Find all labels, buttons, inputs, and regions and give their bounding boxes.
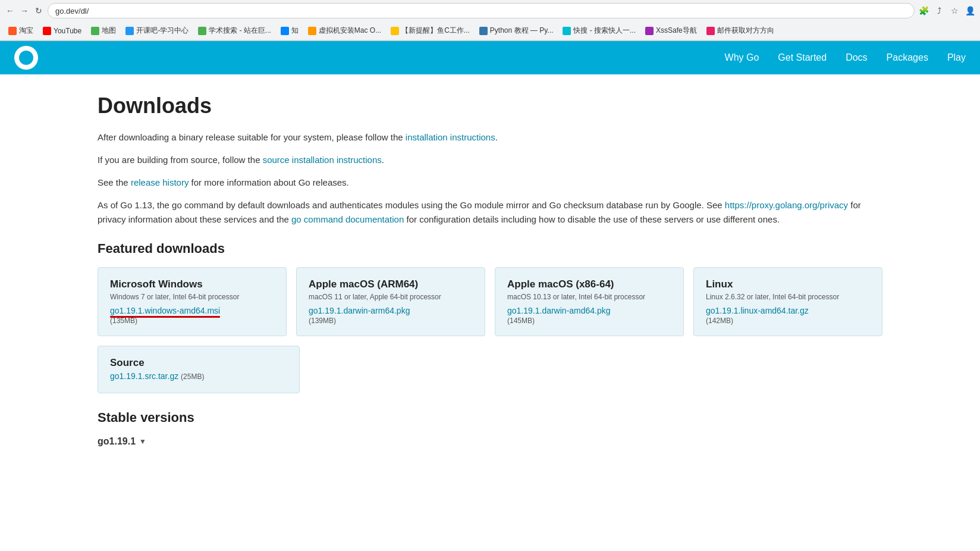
intro-paragraph-2: If you are building from source, follow … [98, 153, 882, 167]
bookmark-label: 【新提醒】鱼C工作... [401, 26, 470, 36]
python-icon [479, 27, 488, 35]
bookmark-label: YouTube [54, 27, 81, 35]
intro2-end: . [382, 155, 384, 165]
source-installation-link[interactable]: source installation instructions [263, 155, 382, 165]
windows-file-highlight: go1.19.1.windows-amd64.msi [110, 306, 220, 315]
download-card-windows[interactable]: Microsoft Windows Windows 7 or later, In… [98, 267, 287, 336]
source-os-name: Source [110, 357, 287, 369]
macos-x86-file-size: (145MB) [507, 317, 671, 325]
windows-os-desc: Windows 7 or later, Intel 64-bit process… [110, 293, 274, 301]
windows-file-link[interactable]: go1.19.1.windows-amd64.msi [110, 306, 274, 315]
linux-os-desc: Linux 2.6.32 or later, Intel 64-bit proc… [706, 293, 870, 301]
browser-chrome: ← → ↻ go.dev/dl/ 🧩 ⤴ ☆ 👤 淘宝 YouTube 地图 开… [0, 0, 980, 41]
downloads-row2: Source go1.19.1.src.tar.gz (25MB) [98, 346, 882, 393]
bookmark-label: Python 教程 — Py... [490, 26, 553, 36]
nav-why-go[interactable]: Why Go [725, 52, 759, 63]
bookmark-label: XssSafe导航 [656, 26, 697, 36]
bookmark-maps[interactable]: 地图 [87, 24, 120, 37]
bookmark-kuaisou[interactable]: 快搜 - 搜索快人一... [559, 24, 639, 37]
installation-instructions-link[interactable]: installation instructions [406, 132, 495, 142]
download-card-macos-arm64[interactable]: Apple macOS (ARM64) macOS 11 or later, A… [296, 267, 485, 336]
intro1-end: . [495, 132, 498, 142]
macos-x86-os-desc: macOS 10.13 or later, Intel 64-bit proce… [507, 293, 671, 301]
linux-os-name: Linux [706, 278, 870, 290]
forward-icon[interactable]: → [19, 5, 30, 16]
fc-icon [391, 27, 399, 35]
main-content: Downloads After downloading a binary rel… [74, 74, 906, 466]
macos-x86-os-name: Apple macOS (x86-64) [507, 278, 671, 290]
source-file-size: (25MB) [181, 372, 204, 381]
stable-versions-section: Stable versions go1.19.1 ▼ [98, 410, 882, 447]
intro3-post: for more information about Go releases. [191, 177, 349, 187]
youtube-icon [43, 27, 51, 35]
bookmark-label: 开课吧-学习中心 [136, 26, 189, 36]
featured-downloads-title: Featured downloads [98, 241, 882, 256]
zhihu-icon [281, 27, 289, 35]
intro3-pre: See the [98, 177, 128, 187]
page-title: Downloads [98, 93, 882, 118]
nav-play[interactable]: Play [947, 52, 966, 63]
bookmarks-bar: 淘宝 YouTube 地图 开课吧-学习中心 学术搜索 - 站在巨... 知 虚… [0, 21, 980, 40]
kaike-icon [125, 27, 134, 35]
macos-arm64-file-link[interactable]: go1.19.1.darwin-arm64.pkg [309, 306, 473, 315]
bookmark-youtube[interactable]: YouTube [39, 26, 85, 36]
nav-packages[interactable]: Packages [887, 52, 928, 63]
linux-file-link[interactable]: go1.19.1.linux-amd64.tar.gz [706, 306, 870, 315]
intro2-text: If you are building from source, follow … [98, 155, 260, 165]
intro4-text: As of Go 1.13, the go command by default… [98, 200, 723, 210]
nav-get-started[interactable]: Get Started [778, 52, 827, 63]
kuaisou-icon [563, 27, 571, 35]
bookmark-xueshu[interactable]: 学术搜索 - 站在巨... [194, 24, 275, 37]
release-history-link[interactable]: release history [131, 177, 189, 187]
windows-file-size: (135MB) [110, 317, 274, 325]
macos-arm64-os-desc: macOS 11 or later, Apple 64-bit processo… [309, 293, 473, 301]
address-text: go.dev/dl/ [55, 7, 89, 15]
go-logo[interactable] [14, 46, 38, 70]
browser-toolbar: ← → ↻ go.dev/dl/ 🧩 ⤴ ☆ 👤 [0, 0, 980, 21]
refresh-icon[interactable]: ↻ [33, 5, 44, 16]
macos-arm64-os-name: Apple macOS (ARM64) [309, 278, 473, 290]
youjian-icon [706, 27, 715, 35]
bookmark-label: 快搜 - 搜索快人一... [573, 26, 636, 36]
share-icon[interactable]: ⤴ [934, 5, 944, 16]
taobao-icon [8, 27, 17, 35]
bookmark-kaike[interactable]: 开课吧-学习中心 [122, 24, 192, 37]
extension-icon[interactable]: 🧩 [918, 5, 929, 16]
downloads-grid: Microsoft Windows Windows 7 or later, In… [98, 267, 882, 336]
linux-file-size: (142MB) [706, 317, 870, 325]
download-card-linux[interactable]: Linux Linux 2.6.32 or later, Intel 64-bi… [693, 267, 882, 336]
version-label: go1.19.1 [98, 436, 136, 447]
user-icon[interactable]: 👤 [965, 5, 975, 16]
download-card-source[interactable]: Source go1.19.1.src.tar.gz (25MB) [98, 346, 300, 393]
download-card-macos-x86[interactable]: Apple macOS (x86-64) macOS 10.13 or late… [495, 267, 684, 336]
maps-icon [91, 27, 99, 35]
macos-arm64-file-size: (139MB) [309, 317, 473, 325]
source-file-link[interactable]: go1.19.1.src.tar.gz (25MB) [110, 371, 287, 381]
go-command-doc-link[interactable]: go command documentation [291, 214, 404, 224]
go-logo-inner [19, 51, 33, 65]
back-icon[interactable]: ← [5, 5, 15, 16]
bookmark-label: 地图 [102, 26, 116, 36]
intro4-end: for configuration details including how … [406, 214, 780, 224]
bookmark-zhihu[interactable]: 知 [277, 24, 302, 37]
bookmark-label: 知 [291, 26, 299, 36]
bookmark-macos[interactable]: 虚拟机安装Mac O... [304, 24, 385, 37]
bookmark-python[interactable]: Python 教程 — Py... [476, 24, 557, 37]
intro-paragraph-4: As of Go 1.13, the go command by default… [98, 198, 882, 227]
version-selector[interactable]: go1.19.1 ▼ [98, 436, 882, 447]
bookmark-taobao[interactable]: 淘宝 [5, 24, 37, 37]
bookmark-icon[interactable]: ☆ [949, 5, 960, 16]
bookmark-youjian[interactable]: 邮件获取对方方向 [703, 24, 778, 37]
intro-paragraph-3: See the release history for more informa… [98, 176, 882, 190]
bookmark-label: 虚拟机安装Mac O... [319, 26, 381, 36]
macos-x86-file-link[interactable]: go1.19.1.darwin-amd64.pkg [507, 306, 671, 315]
bookmark-xss[interactable]: XssSafe导航 [642, 24, 701, 37]
bookmark-fc[interactable]: 【新提醒】鱼C工作... [387, 24, 473, 37]
address-bar[interactable]: go.dev/dl/ [48, 3, 915, 18]
windows-os-name: Microsoft Windows [110, 278, 274, 290]
intro1-text: After downloading a binary release suita… [98, 132, 403, 142]
nav-docs[interactable]: Docs [846, 52, 867, 63]
intro-paragraph-1: After downloading a binary release suita… [98, 130, 882, 145]
version-arrow-icon: ▼ [139, 437, 146, 446]
proxy-privacy-link[interactable]: https://proxy.golang.org/privacy [725, 200, 848, 210]
